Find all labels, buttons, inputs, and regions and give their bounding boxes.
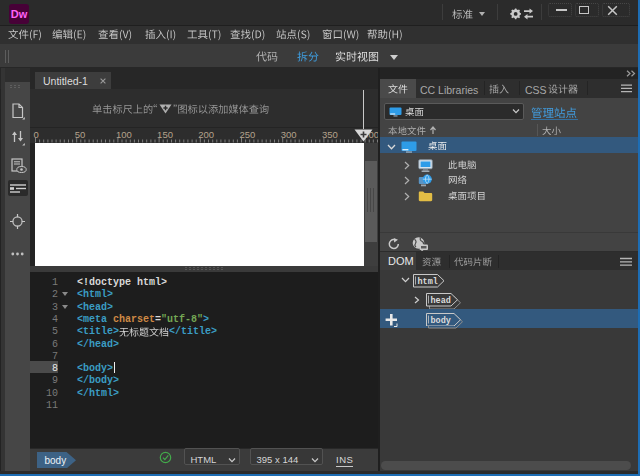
svg-text:body: body	[45, 455, 67, 466]
svg-text:html: html	[418, 277, 438, 287]
svg-text:body: body	[430, 316, 450, 326]
svg-text:head: head	[431, 296, 451, 306]
